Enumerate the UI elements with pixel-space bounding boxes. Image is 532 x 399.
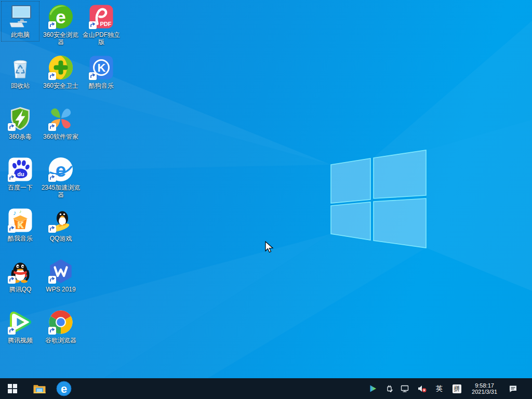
desktop-icon-wps-2019[interactable]: WPS 2019 xyxy=(41,259,81,293)
svg-text:e: e xyxy=(60,382,66,395)
desktop-icon-this-pc[interactable]: 此电脑 xyxy=(0,4,41,38)
wps-2019-icon xyxy=(48,259,73,284)
taskbar: e xyxy=(0,378,532,399)
desktop-icon-tencent-qq[interactable]: 腾讯QQ xyxy=(0,259,41,293)
360-safeguard-icon xyxy=(48,55,73,80)
shortcut-arrow-icon xyxy=(48,174,56,182)
desktop-icon-360-software-manager[interactable]: 360软件管家 xyxy=(41,106,81,140)
shortcut-arrow-icon xyxy=(8,327,16,335)
desktop-icon-label: 此电脑 xyxy=(0,31,41,38)
desktop-icon-label: 360杀毒 xyxy=(0,133,41,140)
desktop-icon-kingsoft-pdf[interactable]: PDF金山PDF独立版 xyxy=(81,4,122,46)
clock-date: 2021/3/31 xyxy=(472,389,497,395)
volume-muted-tray-icon[interactable] xyxy=(414,378,431,399)
tencent-qq-icon xyxy=(8,259,33,284)
desktop-icon-label: 360软件管家 xyxy=(41,133,81,140)
browser-e-icon: e xyxy=(56,381,72,396)
svg-text:du: du xyxy=(17,171,24,177)
svg-text:♪: ♪ xyxy=(13,209,17,217)
screen: 此电脑e360安全浏览器PDF金山PDF独立版回收站360安全卫士K酷狗音乐36… xyxy=(0,0,532,399)
desktop-icon-tencent-video[interactable]: 腾讯视频 xyxy=(0,310,41,344)
desktop-icon-label: 腾讯视频 xyxy=(0,337,41,344)
file-explorer-icon xyxy=(33,383,46,394)
recycle-bin-icon xyxy=(8,55,33,80)
clock-time: 9:58:17 xyxy=(472,382,497,389)
desktop-icon-360-safeguard[interactable]: 360安全卫士 xyxy=(41,55,81,89)
shortcut-arrow-icon xyxy=(89,21,97,29)
this-pc-icon xyxy=(8,4,33,29)
desktop-icon-google-chrome[interactable]: 谷歌浏览器 xyxy=(41,310,81,344)
desktop-icon-label: 360安全卫士 xyxy=(41,82,81,89)
svg-text:K: K xyxy=(98,61,106,74)
shortcut-arrow-icon xyxy=(48,72,56,80)
shortcut-arrow-icon xyxy=(8,225,16,233)
svg-text:♪: ♪ xyxy=(19,209,22,214)
desktop-icon-360-browser[interactable]: e360安全浏览器 xyxy=(41,4,81,46)
kuwo-music-icon: K♪♪ xyxy=(8,208,33,233)
windows-start-icon xyxy=(8,384,17,393)
notification-icon xyxy=(509,384,517,393)
svg-text:e: e xyxy=(56,159,66,181)
360-software-manager-icon xyxy=(48,106,73,131)
shortcut-arrow-icon xyxy=(48,21,56,29)
shortcut-arrow-icon xyxy=(8,123,16,131)
desktop-icon-label: 金山PDF独立版 xyxy=(81,31,122,46)
shortcut-arrow-icon xyxy=(48,327,56,335)
shortcut-arrow-icon xyxy=(48,123,56,131)
desktop-icon-kuwo-music[interactable]: K♪♪酷我音乐 xyxy=(0,208,41,242)
shortcut-arrow-icon xyxy=(48,225,56,233)
tencent-video-icon xyxy=(8,310,33,335)
kugou-music-icon: K xyxy=(89,55,114,80)
google-chrome-icon xyxy=(48,310,73,335)
tencent-video-tray-icon[interactable] xyxy=(364,378,382,399)
svg-text:e: e xyxy=(56,7,65,27)
qq-games-icon xyxy=(48,208,73,233)
taskbar-clock[interactable]: 9:58:17 2021/3/31 xyxy=(467,382,502,395)
shortcut-arrow-icon xyxy=(8,174,16,182)
desktop-icon-label: 百度一下 xyxy=(0,184,41,191)
desktop-icon-2345-browser[interactable]: e2345加速浏览器 xyxy=(41,157,81,198)
desktop-icon-label: 360安全浏览器 xyxy=(41,31,81,46)
desktop-icon-label: 2345加速浏览器 xyxy=(41,184,81,198)
mouse-cursor xyxy=(264,241,276,254)
desktop[interactable]: 此电脑e360安全浏览器PDF金山PDF独立版回收站360安全卫士K酷狗音乐36… xyxy=(0,0,532,378)
desktop-icon-label: 谷歌浏览器 xyxy=(41,337,81,344)
svg-text:K: K xyxy=(18,221,24,230)
shortcut-arrow-icon xyxy=(8,276,16,284)
shortcut-arrow-icon xyxy=(89,72,97,80)
file-explorer-button[interactable] xyxy=(27,378,51,399)
network-tray-icon[interactable] xyxy=(397,378,414,399)
ime-pinyin-badge[interactable]: 拼 xyxy=(453,384,461,393)
desktop-icon-label: 腾讯QQ xyxy=(0,286,41,293)
kingsoft-pdf-icon: PDF xyxy=(89,4,114,29)
360-antivirus-icon xyxy=(8,106,33,131)
input-language-indicator[interactable]: 英 xyxy=(431,384,447,393)
desktop-icon-recycle-bin[interactable]: 回收站 xyxy=(0,55,41,89)
desktop-icon-label: 回收站 xyxy=(0,82,41,89)
desktop-icon-label: 酷我音乐 xyxy=(0,235,41,242)
system-tray: 英 拼 9:58:17 2021/3/31 xyxy=(364,378,532,399)
desktop-icon-qq-games[interactable]: QQ游戏 xyxy=(41,208,81,242)
desktop-icon-label: QQ游戏 xyxy=(41,235,81,242)
start-button[interactable] xyxy=(0,378,24,399)
baidu-icon: du xyxy=(8,157,33,182)
desktop-icon-360-antivirus[interactable]: 360杀毒 xyxy=(0,106,41,140)
360-browser-icon: e xyxy=(48,4,73,29)
browser-360-taskbar-button[interactable]: e xyxy=(51,378,76,399)
svg-text:PDF: PDF xyxy=(100,21,112,27)
desktop-icon-baidu[interactable]: du百度一下 xyxy=(0,157,41,191)
desktop-icon-kugou-music[interactable]: K酷狗音乐 xyxy=(81,55,122,89)
action-center-button[interactable] xyxy=(502,378,524,399)
desktop-icon-label: 酷狗音乐 xyxy=(81,82,122,89)
shortcut-arrow-icon xyxy=(48,276,56,284)
usb-device-tray-icon[interactable] xyxy=(382,378,397,399)
2345-browser-icon: e xyxy=(48,157,73,182)
desktop-icon-label: WPS 2019 xyxy=(41,286,81,293)
